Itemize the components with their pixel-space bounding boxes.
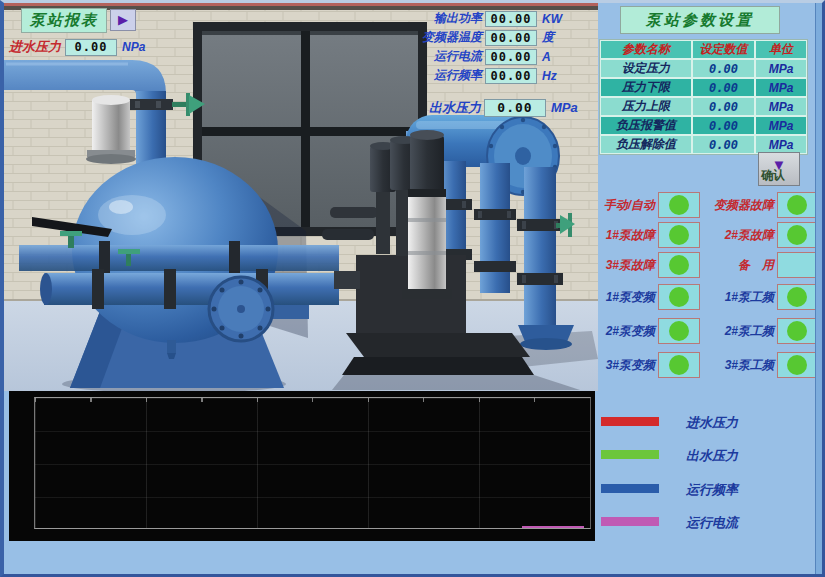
- indicator-row: 3#泵变频 3#泵工频: [591, 352, 819, 378]
- col-header-name: 参数名称: [600, 40, 692, 59]
- param-row-name: 压力上限: [600, 97, 692, 116]
- running-current-value: 00.00: [485, 49, 537, 65]
- indicator-row: 手动/自动 变频器故障: [591, 192, 819, 218]
- lamp-circle: [669, 195, 689, 215]
- pump1-vfd-lamp: [658, 284, 700, 310]
- indicator-label: 3#泵工频: [702, 357, 774, 374]
- indicator-label: 3#泵故障: [591, 257, 655, 274]
- outlet-pressure-unit: MPa: [551, 100, 578, 115]
- indicator-row: 2#泵变频 2#泵工频: [591, 318, 819, 344]
- legend-label: 出水压力: [686, 447, 738, 465]
- confirm-button[interactable]: ▼ 确认: [758, 152, 800, 186]
- col-header-value: 设定数值: [692, 40, 755, 59]
- trend-plot-area: [34, 397, 591, 529]
- lamp-circle: [669, 355, 689, 375]
- lamp-circle: [787, 225, 807, 245]
- indicator-label: 2#泵变频: [591, 323, 655, 340]
- param-row-unit: MPa: [755, 78, 807, 97]
- legend-item-outlet-pressure: 出水压力: [601, 447, 738, 464]
- param-row-unit: MPa: [755, 116, 807, 135]
- indicator-label: 2#泵故障: [702, 227, 774, 244]
- report-button[interactable]: 泵站报表: [21, 8, 107, 33]
- legend-swatch-magenta: [601, 517, 659, 526]
- running-frequency-readout: 运行频率 00.00 Hz: [406, 67, 557, 84]
- pump2-vfd-lamp: [658, 318, 700, 344]
- lamp-circle: [787, 355, 807, 375]
- confirm-button-label: 确认: [761, 169, 785, 181]
- output-power-readout: 输出功率 00.00 KW: [406, 10, 562, 27]
- legend-swatch-green: [601, 450, 659, 459]
- inverter-temp-readout: 变频器温度 00.00 度: [406, 29, 554, 46]
- legend-item-running-frequency: 运行频率: [601, 481, 738, 498]
- settings-panel-title: 泵站参数设置: [620, 6, 780, 34]
- param-row-name: 负压报警值: [600, 116, 692, 135]
- right-edge-strip: [815, 3, 822, 574]
- legend-swatch-red: [601, 417, 659, 426]
- trend-chart: [9, 391, 595, 541]
- param-row-value[interactable]: 0.00: [692, 97, 755, 116]
- param-row-value[interactable]: 0.00: [692, 135, 755, 154]
- indicator-label: 备 用: [702, 257, 774, 274]
- inlet-pressure-value: 0.00: [65, 39, 117, 56]
- pump-station-hmi-screen: 泵站报表 ▶ 进水压力 0.00 NPa 输出功率 00.00 KW 变频器温度…: [0, 0, 825, 577]
- param-row-unit: MPa: [755, 59, 807, 78]
- pump1-fault-lamp: [658, 222, 700, 248]
- pump2-fault-lamp: [777, 222, 817, 248]
- inlet-pressure-label: 进水压力: [9, 38, 61, 56]
- legend-label: 运行频率: [686, 481, 738, 499]
- spare-lamp: [777, 252, 817, 278]
- indicator-row: 3#泵故障 备 用: [591, 252, 819, 278]
- lamp-circle: [787, 321, 807, 341]
- running-frequency-label: 运行频率: [406, 67, 482, 84]
- indicator-label: 1#泵变频: [591, 289, 655, 306]
- inverter-temp-unit: 度: [542, 29, 554, 46]
- param-row-value[interactable]: 0.00: [692, 78, 755, 97]
- indicator-label: 1#泵工频: [702, 289, 774, 306]
- pump1-mains-lamp: [777, 284, 817, 310]
- col-header-unit: 单位: [755, 40, 807, 59]
- indicator-row: 1#泵变频 1#泵工频: [591, 284, 819, 310]
- outlet-pressure-label: 出水压力: [421, 99, 481, 117]
- inlet-pressure-unit: NPa: [122, 40, 145, 54]
- lamp-circle: [787, 287, 807, 307]
- lamp-circle: [669, 225, 689, 245]
- output-power-label: 输出功率: [406, 10, 482, 27]
- manual-auto-lamp: [658, 192, 700, 218]
- settings-table: 参数名称 设定数值 单位 设定压力 0.00 MPa 压力下限 0.00 MPa…: [599, 39, 808, 155]
- param-row-value[interactable]: 0.00: [692, 59, 755, 78]
- pump3-vfd-lamp: [658, 352, 700, 378]
- legend-swatch-blue: [601, 484, 659, 493]
- outlet-pressure-readout: 出水压力 0.00 MPa: [421, 98, 578, 117]
- running-frequency-unit: Hz: [542, 69, 557, 83]
- param-row-name: 设定压力: [600, 59, 692, 78]
- indicator-label: 变频器故障: [702, 197, 774, 214]
- lamp-circle: [787, 195, 807, 215]
- output-power-unit: KW: [542, 12, 562, 26]
- inverter-fault-lamp: [777, 192, 817, 218]
- legend-item-running-current: 运行电流: [601, 514, 738, 531]
- pump2-mains-lamp: [777, 318, 817, 344]
- tank-vent-cylinder: [86, 95, 136, 164]
- running-current-label: 运行电流: [406, 48, 482, 65]
- legend-label: 运行电流: [686, 514, 738, 532]
- pump3-mains-lamp: [777, 352, 817, 378]
- running-current-trace: [522, 526, 584, 528]
- lamp-circle: [669, 287, 689, 307]
- legend-label: 进水压力: [686, 414, 738, 432]
- running-frequency-value: 00.00: [485, 68, 537, 84]
- param-row-value[interactable]: 0.00: [692, 116, 755, 135]
- play-icon: ▶: [118, 12, 128, 27]
- plot-ticks: [35, 398, 590, 402]
- inverter-temp-label: 变频器温度: [406, 29, 482, 46]
- output-power-value: 00.00: [485, 11, 537, 27]
- indicator-label: 手动/自动: [591, 197, 655, 214]
- indicator-label: 1#泵故障: [591, 227, 655, 244]
- running-current-readout: 运行电流 00.00 A: [406, 48, 551, 65]
- legend-item-inlet-pressure: 进水压力: [601, 414, 738, 431]
- pump3-fault-lamp: [658, 252, 700, 278]
- param-row-name: 负压解除值: [600, 135, 692, 154]
- indicator-label: 2#泵工频: [702, 323, 774, 340]
- lamp-circle: [669, 255, 689, 275]
- report-play-button[interactable]: ▶: [110, 9, 136, 31]
- running-current-unit: A: [542, 50, 551, 64]
